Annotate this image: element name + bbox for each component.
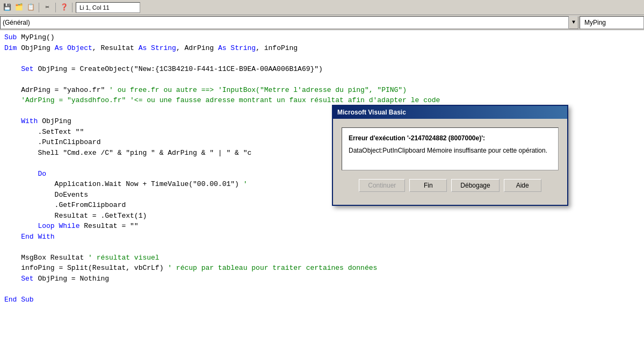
dialog-buttons: Continuer Fin Débogage Aide bbox=[342, 177, 559, 196]
dialog-titlebar: Microsoft Visual Basic bbox=[333, 106, 567, 119]
help-button[interactable]: Aide bbox=[504, 179, 541, 192]
dialog-title: Microsoft Visual Basic bbox=[337, 109, 406, 116]
dialog-error-section: Erreur d'exécution '-2147024882 (8007000… bbox=[342, 127, 559, 170]
dialog-overlay: Microsoft Visual Basic Erreur d'exécutio… bbox=[0, 0, 644, 351]
continue-button[interactable]: Continuer bbox=[359, 179, 405, 192]
dialog-error-text: DataObject:PutInClipboard Mémoire insuff… bbox=[349, 146, 552, 155]
dialog-body: Erreur d'exécution '-2147024882 (8007000… bbox=[333, 119, 567, 205]
end-button[interactable]: Fin bbox=[409, 179, 447, 192]
debug-button[interactable]: Débogage bbox=[451, 179, 499, 192]
error-dialog: Microsoft Visual Basic Erreur d'exécutio… bbox=[332, 105, 568, 206]
dialog-error-title: Erreur d'exécution '-2147024882 (8007000… bbox=[349, 134, 552, 142]
